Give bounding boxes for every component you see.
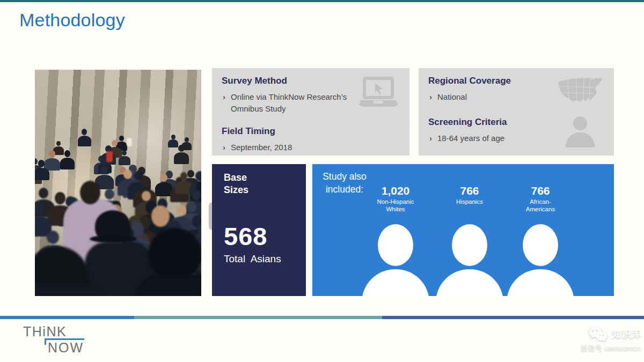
group-label: African- Americans xyxy=(500,198,581,213)
watermark-subtitle: 微信号 useitcomcn xyxy=(544,344,641,353)
logo-think-text: THiNK xyxy=(23,324,67,339)
crowd-person xyxy=(60,150,75,169)
laptop-icon xyxy=(358,77,399,107)
regional-coverage-card: Regional Coverage › National Screening C… xyxy=(419,68,614,156)
divider-slate-segment xyxy=(382,316,644,319)
watermark: 知识库 微信号 useitcomcn xyxy=(544,326,641,353)
crowd-person xyxy=(35,160,49,180)
crowd-person xyxy=(174,145,189,164)
usa-map-icon xyxy=(556,76,605,106)
wechat-icon xyxy=(588,326,608,342)
page-title: Methodology xyxy=(19,10,125,31)
person-icon xyxy=(452,224,487,266)
total-asians-label: Total Asians xyxy=(224,253,306,265)
thinknow-logo: THiNK NOW xyxy=(23,324,67,339)
top-accent-line xyxy=(0,0,644,2)
group-value: 766 xyxy=(429,184,510,197)
chevron-icon: › xyxy=(429,91,432,103)
group-african-americans: 766 African- Americans xyxy=(500,164,581,296)
field-timing-heading: Field Timing xyxy=(222,126,401,137)
regional-coverage-bullet: › National xyxy=(429,91,564,103)
total-asians-value: 568 xyxy=(224,221,306,251)
person-icon xyxy=(566,116,595,147)
crowd-person xyxy=(151,205,170,227)
chevron-icon: › xyxy=(429,132,432,144)
group-label: Hispanics xyxy=(429,198,510,206)
crowd-person xyxy=(78,129,91,146)
group-value: 766 xyxy=(500,184,581,197)
group-hispanics: 766 Hispanics xyxy=(429,164,510,296)
survey-method-bullet: › Online via ThinkNow Research’s Omnibus… xyxy=(223,91,357,115)
cursor-arrow-icon xyxy=(374,83,385,95)
crowd-person xyxy=(106,151,113,162)
group-value: 1,020 xyxy=(355,184,436,197)
field-timing-bullet: › September, 2018 xyxy=(223,142,357,153)
watermark-title: 知识库 xyxy=(612,328,641,341)
person-icon xyxy=(378,224,413,266)
crowd-person xyxy=(127,138,132,146)
chevron-icon: › xyxy=(223,142,225,153)
divider-blue-segment xyxy=(0,316,134,319)
chevron-icon: › xyxy=(223,91,225,115)
logo-now-text: NOW xyxy=(48,340,84,356)
base-sizes-heading: Base Sizes xyxy=(224,172,306,196)
person-icon xyxy=(523,224,558,266)
screening-criteria-bullet: › 18-64 years of age xyxy=(429,132,564,144)
group-non-hispanic-whites: 1,020 Non-Hispanic Whites xyxy=(355,164,436,296)
base-sizes-card: Base Sizes 568 Total Asians xyxy=(212,164,306,296)
study-included-card: Study also included: 1,020 Non-Hispanic … xyxy=(312,164,614,296)
crowd-photo xyxy=(35,70,201,296)
divider-teal-segment xyxy=(134,316,382,319)
crowd-person xyxy=(80,181,100,204)
group-label: Non-Hispanic Whites xyxy=(355,198,436,213)
survey-method-card: Survey Method › Online via ThinkNow Rese… xyxy=(212,68,409,156)
